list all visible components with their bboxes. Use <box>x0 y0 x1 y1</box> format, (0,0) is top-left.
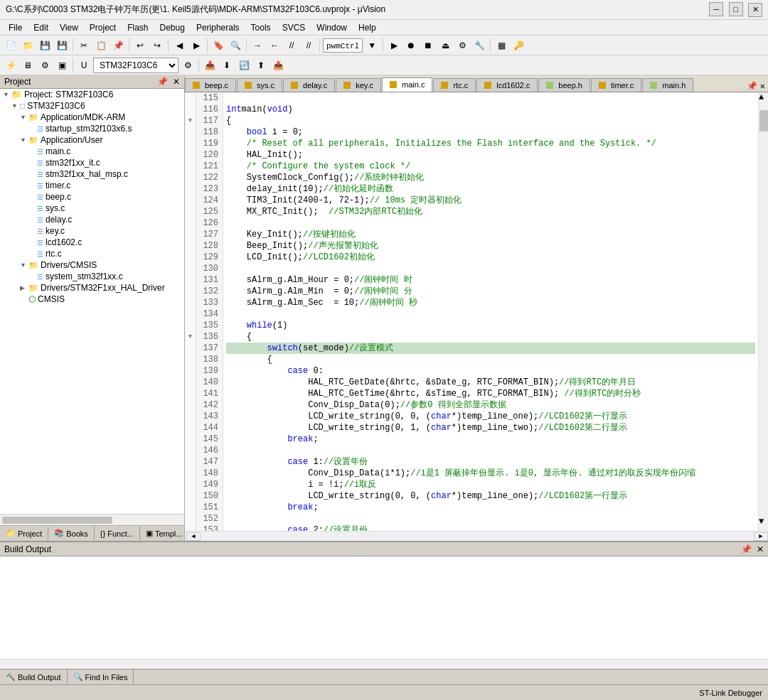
comment-button[interactable]: // <box>284 38 299 53</box>
tree-cmsis-item[interactable]: ⬡ CMSIS <box>0 294 184 305</box>
uncomment-button[interactable]: // <box>301 38 316 53</box>
dropdown-btn[interactable]: ▼ <box>364 38 380 53</box>
settings-button[interactable]: ▦ <box>494 38 509 53</box>
load1-button[interactable]: 📥 <box>202 58 218 73</box>
menu-file[interactable]: File <box>3 21 28 34</box>
undo-button[interactable]: ↩ <box>132 38 148 53</box>
find-button[interactable]: 🔍 <box>228 38 243 53</box>
load4-button[interactable]: ⬆ <box>253 58 269 73</box>
load5-button[interactable]: 📤 <box>270 58 286 73</box>
open-file-button[interactable]: 📁 <box>20 38 36 53</box>
scrollbar-up-btn[interactable]: ▲ <box>759 92 768 107</box>
tree-file-beep[interactable]: ☰ beep.c <box>0 191 184 203</box>
project-pin-icon[interactable]: 📌 <box>157 77 168 87</box>
tab-functions[interactable]: {} Funct... <box>95 526 140 541</box>
copy-button[interactable]: 📋 <box>93 38 109 53</box>
tab-templates[interactable]: ▣ Templ... <box>140 526 189 541</box>
debug2-button[interactable]: ⏺ <box>403 38 419 53</box>
tab-find-in-files[interactable]: 🔍 Find In Files <box>68 669 134 684</box>
tab-beep-c[interactable]: beep.c <box>185 78 236 92</box>
menu-window[interactable]: Window <box>311 21 353 34</box>
load3-button[interactable]: 🔃 <box>236 58 252 73</box>
tree-file-sys[interactable]: ☰ sys.c <box>0 203 184 214</box>
tab-build-output[interactable]: 🔨 Build Output <box>0 669 68 684</box>
tab-rtc-c[interactable]: rtc.c <box>433 78 476 92</box>
tree-file-msp[interactable]: ☰ stm32f1xx_hal_msp.c <box>0 168 184 180</box>
editor-v-scrollbar[interactable]: ▲ ▼ <box>758 92 768 531</box>
tb2-b2[interactable]: 🖥 <box>20 58 36 73</box>
menu-help[interactable]: Help <box>353 21 382 34</box>
tab-books[interactable]: 📚 Books <box>48 526 95 541</box>
tb2-b4[interactable]: ▣ <box>54 58 70 73</box>
debug1-button[interactable]: ▶ <box>386 38 402 53</box>
fold-row-bracket[interactable]: ▼ <box>185 115 196 126</box>
menu-edit[interactable]: Edit <box>28 21 54 34</box>
menu-peripherals[interactable]: Peripherals <box>191 21 245 34</box>
nav-fwd-button[interactable]: ▶ <box>188 38 204 53</box>
bookmark-button[interactable]: 🔖 <box>210 38 226 53</box>
save-all-button[interactable]: 💾 <box>54 38 70 53</box>
project-scrollbar[interactable] <box>0 514 184 525</box>
tab-pin-icon[interactable]: 📌 <box>747 81 757 92</box>
tree-folder-mdk[interactable]: ▼ 📁 Application/MDK-ARM <box>0 112 184 123</box>
menu-project[interactable]: Project <box>84 21 122 34</box>
fold-row-bracket2[interactable]: ▼ <box>185 331 196 343</box>
menu-svcs[interactable]: SVCS <box>277 21 311 34</box>
tree-project-root[interactable]: ▼ 📁 Project: STM32F103C6 <box>0 89 184 100</box>
tab-main-c[interactable]: main.c <box>382 77 432 92</box>
tree-folder-hal[interactable]: ▶ 📁 Drivers/STM32F1xx_HAL_Driver <box>0 282 184 294</box>
tab-project[interactable]: 📁 Project <box>0 526 48 541</box>
tb2-b5[interactable]: U <box>76 58 92 73</box>
debug4-button[interactable]: ⏏ <box>437 38 453 53</box>
indent-button[interactable]: → <box>250 38 265 53</box>
tab-close-icon[interactable]: ✕ <box>760 81 765 92</box>
tree-file-delay[interactable]: ☰ delay.c <box>0 214 184 225</box>
tab-timer-c[interactable]: timer.c <box>591 78 641 92</box>
tree-target[interactable]: ▼ □ STM32F103C6 <box>0 100 184 112</box>
minimize-button[interactable]: ─ <box>709 2 723 16</box>
tab-lcd1602-c[interactable]: lcd1602.c <box>476 78 538 92</box>
h-scroll-right-btn[interactable]: ▶ <box>754 532 768 541</box>
code-content[interactable]: int main(void) { bool i = 0; /* Reset of… <box>223 92 758 531</box>
debug3-button[interactable]: ⏹ <box>420 38 436 53</box>
tab-sys-c[interactable]: sys.c <box>237 78 282 92</box>
target-settings-button[interactable]: ⚙ <box>180 58 196 73</box>
build-output-hscrollbar[interactable] <box>0 659 768 669</box>
h-scroll-left-btn[interactable]: ◀ <box>186 532 201 541</box>
tb2-b3[interactable]: ⚙ <box>37 58 53 73</box>
menu-view[interactable]: View <box>54 21 84 34</box>
build-pin-icon[interactable]: 📌 <box>741 544 752 554</box>
tab-key-c[interactable]: key.c <box>336 78 381 92</box>
tree-file-rtc[interactable]: ☰ rtc.c <box>0 248 184 259</box>
load2-button[interactable]: ⬇ <box>219 58 235 73</box>
menu-tools[interactable]: Tools <box>245 21 277 34</box>
tb2-b1[interactable]: ⚡ <box>3 58 18 73</box>
new-file-button[interactable]: 📄 <box>3 38 18 53</box>
build-output-content[interactable] <box>0 556 768 659</box>
debug6-button[interactable]: 🔧 <box>471 38 487 53</box>
redo-button[interactable]: ↪ <box>149 38 165 53</box>
nav-back-button[interactable]: ◀ <box>171 38 187 53</box>
h-scrollbar-thumb[interactable] <box>2 517 112 524</box>
tree-folder-user[interactable]: ▼ 📁 Application/User <box>0 134 184 146</box>
editor-h-scrollbar[interactable]: ◀ ▶ <box>185 531 768 541</box>
target-dropdown[interactable]: STM32F103C6 <box>93 58 178 73</box>
tab-delay-c[interactable]: delay.c <box>283 78 335 92</box>
project-tree[interactable]: ▼ 📁 Project: STM32F103C6 ▼ □ STM32F103C6… <box>0 89 184 514</box>
scrollbar-down-btn[interactable]: ▼ <box>759 517 768 531</box>
save-button[interactable]: 💾 <box>37 38 53 53</box>
paste-button[interactable]: 📌 <box>110 38 126 53</box>
tree-folder-cmsis[interactable]: ▼ 📁 Drivers/CMSIS <box>0 259 184 271</box>
tools-button[interactable]: 🔑 <box>511 38 526 53</box>
tree-file-lcd[interactable]: ☰ lcd1602.c <box>0 237 184 248</box>
tree-file-main-c[interactable]: ☰ main.c <box>0 146 184 157</box>
scrollbar-track[interactable] <box>759 132 768 517</box>
tree-file-startup[interactable]: ☰ startup_stm32f103x6.s <box>0 123 184 134</box>
tree-file-system[interactable]: ☰ system_stm32f1xx.c <box>0 271 184 282</box>
tab-main-h[interactable]: main.h <box>642 78 693 92</box>
close-button[interactable]: ✕ <box>748 3 762 17</box>
build-close-icon[interactable]: ✕ <box>757 544 764 554</box>
outdent-button[interactable]: ← <box>267 38 282 53</box>
tab-beep-h[interactable]: beep.h <box>538 78 590 92</box>
scrollbar-thumb[interactable] <box>759 110 768 131</box>
